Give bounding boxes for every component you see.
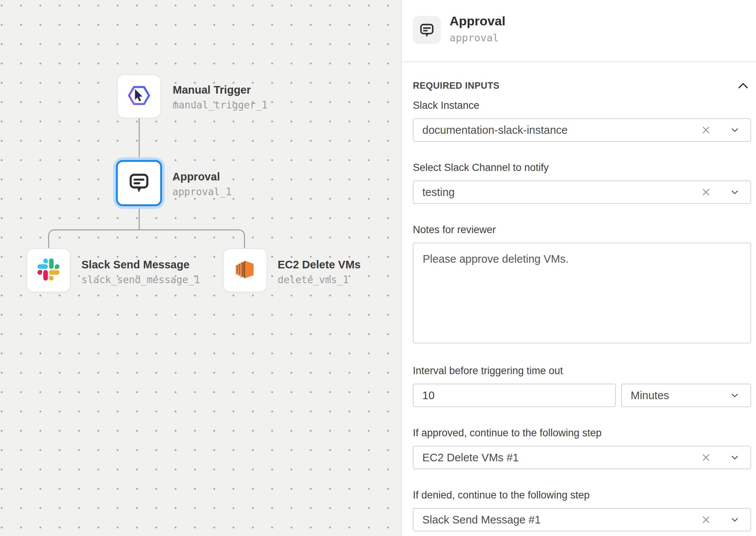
slack-channel-select[interactable]: testing [413,180,751,204]
node-label-approval: Approval approval_1 [172,170,232,197]
panel-subtitle: approval [450,32,499,44]
if-denied-value: Slack Send Message #1 [422,514,541,526]
notes-for-reviewer-textarea[interactable]: Please approve deleting VMs. [413,243,751,343]
interval-value-input[interactable] [413,384,616,407]
chevron-down-icon[interactable] [729,187,740,198]
step-config-panel: Approval approval REQUIRED INPUTS Slack … [401,0,756,536]
panel-header: Approval approval [402,0,756,62]
chevron-down-icon[interactable] [729,514,740,525]
interval-unit-value: Minutes [631,389,669,402]
node-label-slack-send-message: Slack Send Message slack_send_message_1 [81,258,200,285]
node-id: approval_1 [172,186,232,197]
clear-icon[interactable] [700,124,712,136]
node-title: Approval [172,170,232,183]
manual-trigger-hexagon-cursor-icon [126,83,152,110]
approval-speech-bubble-icon [413,16,441,44]
required-inputs-section-header: REQUIRED INPUTS [413,79,751,92]
if-denied-step-select[interactable]: Slack Send Message #1 [413,508,751,531]
node-title: Manual Trigger [173,83,267,96]
node-title: EC2 Delete VMs [278,258,361,271]
if-denied-label: If denied, continue to the following ste… [413,489,751,501]
panel-title: Approval [450,14,505,28]
clear-icon[interactable] [700,187,712,198]
node-slack-send-message[interactable] [27,248,70,292]
aws-ec2-icon [234,258,256,282]
node-id: slack_send_message_1 [81,274,200,285]
node-ec2-delete-vms[interactable] [223,248,267,292]
notes-for-reviewer-label: Notes for reviewer [413,224,751,236]
node-id: manual_trigger_1 [173,99,267,111]
workflow-canvas[interactable]: Manual Trigger manual_trigger_1 Approval… [0,0,401,536]
if-approved-step-select[interactable]: EC2 Delete VMs #1 [413,446,751,469]
slack-instance-label: Slack Instance [413,99,751,111]
node-label-ec2-delete-vms: EC2 Delete VMs delete_vms_1 [278,258,361,285]
if-approved-value: EC2 Delete VMs #1 [422,451,519,464]
approval-speech-bubble-icon [127,171,151,196]
edge-approval-branches [48,229,245,248]
slack-instance-value: documentation-slack-instance [422,124,568,136]
chevron-down-icon[interactable] [729,390,740,401]
slack-logo-icon [37,259,59,282]
edge-approval-stem [139,208,140,230]
node-label-manual-trigger: Manual Trigger manual_trigger_1 [173,83,267,111]
node-approval[interactable] [116,160,162,206]
interval-label: Interval before triggering time out [413,365,751,377]
chevron-up-icon [737,80,750,91]
slack-instance-select[interactable]: documentation-slack-instance [413,118,751,142]
chevron-down-icon[interactable] [729,452,740,463]
node-title: Slack Send Message [81,258,200,271]
interval-row: Minutes [413,384,751,407]
section-title: REQUIRED INPUTS [413,80,500,91]
slack-channel-label: Select Slack Channel to notify [413,161,751,174]
node-manual-trigger[interactable] [117,74,161,118]
if-approved-label: If approved, continue to the following s… [413,427,751,439]
node-approval-selection-halo [113,157,165,209]
edge-trigger-to-approval [139,118,140,158]
clear-icon[interactable] [700,514,712,525]
collapse-section-button[interactable] [737,80,750,91]
node-id: delete_vms_1 [278,274,361,285]
interval-unit-select[interactable]: Minutes [621,384,751,407]
chevron-down-icon[interactable] [729,124,740,136]
panel-body: REQUIRED INPUTS Slack Instance documenta… [402,79,756,531]
clear-icon[interactable] [700,452,712,463]
slack-channel-value: testing [422,186,455,199]
